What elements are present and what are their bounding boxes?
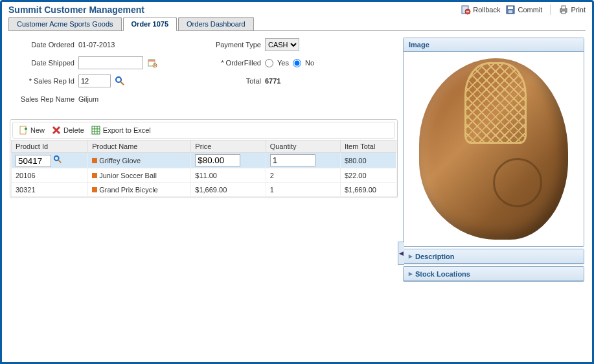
svg-rect-19 — [92, 187, 97, 192]
description-panel-header[interactable]: ▸ Description — [404, 249, 584, 264]
svg-rect-9 — [148, 60, 155, 62]
column-header[interactable]: Item Total — [340, 141, 396, 153]
tab-0[interactable]: Customer Acme Sports Goods — [8, 17, 122, 31]
svg-rect-17 — [92, 158, 97, 163]
search-icon[interactable] — [115, 76, 125, 86]
price: $1,669.00 — [191, 183, 266, 197]
total-label: Total — [196, 77, 261, 85]
svg-rect-14 — [92, 126, 100, 134]
stock-locations-panel-header[interactable]: ▸ Stock Locations — [404, 267, 584, 281]
column-header[interactable]: Product Name — [88, 141, 191, 153]
order-filled-no-label: No — [305, 59, 314, 67]
total-value: 6771 — [265, 77, 280, 85]
date-picker-icon[interactable] — [147, 58, 157, 68]
order-filled-yes-label: Yes — [277, 59, 289, 67]
order-filled-yes-radio[interactable] — [265, 59, 273, 67]
price: $11.00 — [191, 168, 266, 183]
order-filled-no-radio[interactable] — [293, 59, 301, 67]
product-name: Griffey Glove — [99, 157, 141, 165]
dirty-flag-icon — [92, 172, 97, 179]
new-button[interactable]: New — [18, 125, 45, 135]
svg-rect-18 — [92, 173, 97, 178]
date-ordered-value: 01-07-2013 — [78, 41, 115, 49]
commit-button[interactable]: Commit — [505, 5, 542, 15]
sales-rep-id-input[interactable] — [78, 74, 111, 87]
table-row[interactable]: 20106 Junior Soccer Ball$11.002$22.00 — [12, 168, 396, 183]
payment-type-select[interactable]: CASH — [265, 38, 299, 51]
export-excel-button[interactable]: Export to Excel — [91, 125, 151, 135]
page-title: Summit Customer Management — [8, 5, 144, 15]
payment-type-label: Payment Type — [196, 41, 261, 49]
svg-rect-6 — [562, 6, 565, 9]
product-id-input[interactable] — [16, 155, 51, 167]
svg-rect-13 — [20, 126, 26, 134]
svg-rect-4 — [508, 10, 512, 13]
quantity: 2 — [266, 168, 340, 183]
svg-rect-3 — [508, 6, 513, 9]
image-panel-header[interactable]: Image — [404, 38, 584, 52]
delete-icon — [51, 125, 62, 135]
print-button[interactable]: Print — [558, 5, 586, 15]
item-total: $1,669.00 — [340, 183, 396, 197]
delete-button[interactable]: Delete — [51, 125, 84, 135]
tab-2[interactable]: Orders Dashboard — [178, 17, 254, 31]
price-input[interactable] — [195, 154, 240, 166]
svg-rect-7 — [562, 11, 565, 14]
item-total: $80.00 — [340, 153, 396, 168]
item-total: $22.00 — [340, 168, 396, 183]
product-name: Grand Prix Bicycle — [99, 186, 157, 194]
date-ordered-label: Date Ordered — [10, 41, 74, 49]
rollback-icon — [461, 5, 471, 15]
svg-line-12 — [120, 82, 124, 85]
date-shipped-input[interactable] — [78, 56, 143, 69]
order-filled-label: * OrderFilled — [196, 59, 261, 67]
rollback-button[interactable]: Rollback — [461, 5, 500, 15]
tab-1[interactable]: Order 1075 — [123, 17, 177, 31]
column-header[interactable]: Quantity — [266, 141, 340, 153]
product-name: Junior Soccer Ball — [99, 172, 157, 179]
quantity-input[interactable] — [270, 154, 315, 166]
search-icon[interactable] — [53, 157, 62, 165]
new-icon — [18, 125, 29, 135]
svg-point-11 — [116, 77, 121, 82]
column-header[interactable]: Product Id — [12, 141, 88, 153]
column-header[interactable]: Price — [191, 141, 266, 153]
chevron-right-icon: ▸ — [409, 269, 413, 278]
chevron-right-icon: ▸ — [409, 252, 413, 260]
sales-rep-id-label: * Sales Rep Id — [10, 77, 74, 85]
collapse-handle[interactable]: ◀ — [398, 242, 404, 265]
excel-icon — [91, 125, 101, 135]
quantity: 1 — [266, 183, 340, 197]
print-icon — [558, 5, 569, 15]
product-image — [419, 58, 568, 240]
table-row[interactable]: Griffey Glove$80.00 — [12, 153, 396, 168]
dirty-flag-icon — [92, 157, 97, 165]
svg-line-16 — [58, 160, 61, 163]
dirty-flag-icon — [92, 186, 97, 194]
svg-point-15 — [54, 156, 59, 161]
product-id: 30321 — [12, 183, 88, 197]
save-icon — [505, 5, 516, 15]
sales-rep-name-value: Giljum — [78, 95, 98, 103]
table-row[interactable]: 30321 Grand Prix Bicycle$1,669.001$1,669… — [12, 183, 396, 197]
sales-rep-name-label: Sales Rep Name — [10, 95, 74, 103]
date-shipped-label: Date Shipped — [10, 59, 74, 67]
product-id: 20106 — [12, 168, 88, 183]
